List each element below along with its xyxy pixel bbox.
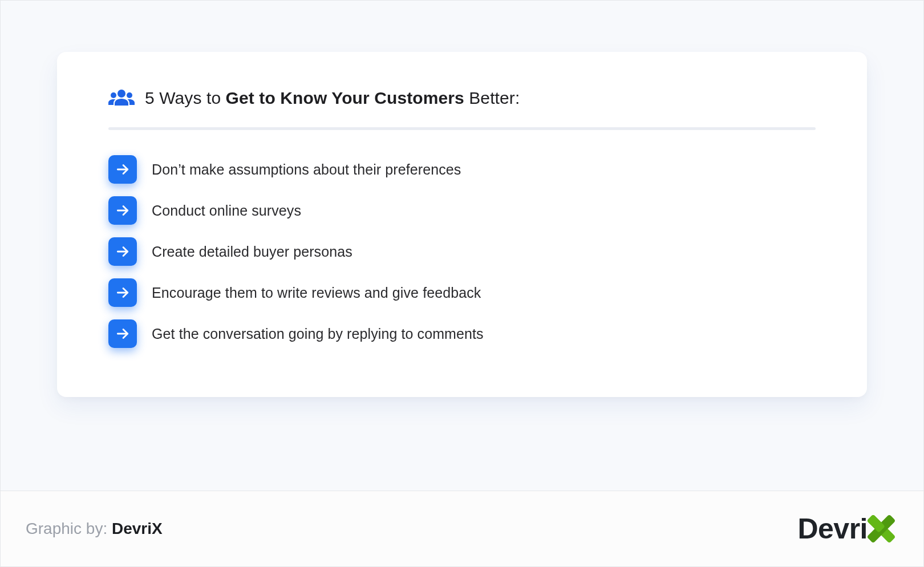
item-text: Conduct online surveys bbox=[152, 202, 301, 219]
arrow-icon bbox=[108, 196, 137, 225]
tips-list: Don’t make assumptions about their prefe… bbox=[108, 155, 816, 348]
item-text: Get the conversation going by replying t… bbox=[152, 326, 484, 342]
people-icon bbox=[108, 88, 135, 108]
footer: Graphic by: DevriX Devri bbox=[1, 491, 923, 566]
list-item: Don’t make assumptions about their prefe… bbox=[108, 155, 816, 184]
stage: 5 Ways to Get to Know Your Customers Bet… bbox=[1, 1, 923, 491]
list-item: Encourage them to write reviews and give… bbox=[108, 278, 816, 307]
logo-x-icon bbox=[864, 512, 898, 546]
title-row: 5 Ways to Get to Know Your Customers Bet… bbox=[108, 88, 816, 108]
logo-text: Devri bbox=[797, 512, 868, 545]
svg-point-0 bbox=[117, 90, 125, 98]
title-prefix: 5 Ways to bbox=[145, 88, 226, 107]
credit-brand: DevriX bbox=[112, 520, 163, 537]
credit-line: Graphic by: DevriX bbox=[26, 520, 163, 538]
title-bold: Get to Know Your Customers bbox=[226, 88, 464, 107]
list-item: Conduct online surveys bbox=[108, 196, 816, 225]
card-title: 5 Ways to Get to Know Your Customers Bet… bbox=[145, 88, 520, 108]
svg-point-2 bbox=[127, 92, 132, 98]
arrow-icon bbox=[108, 237, 137, 266]
devrix-logo: Devri bbox=[797, 512, 898, 546]
item-text: Create detailed buyer personas bbox=[152, 244, 352, 260]
divider bbox=[108, 127, 816, 130]
svg-point-1 bbox=[111, 92, 116, 98]
list-item: Get the conversation going by replying t… bbox=[108, 319, 816, 348]
list-item: Create detailed buyer personas bbox=[108, 237, 816, 266]
title-suffix: Better: bbox=[464, 88, 520, 107]
arrow-icon bbox=[108, 155, 137, 184]
arrow-icon bbox=[108, 278, 137, 307]
credit-prefix: Graphic by: bbox=[26, 520, 112, 537]
item-text: Encourage them to write reviews and give… bbox=[152, 285, 481, 301]
content-card: 5 Ways to Get to Know Your Customers Bet… bbox=[57, 52, 867, 397]
arrow-icon bbox=[108, 319, 137, 348]
item-text: Don’t make assumptions about their prefe… bbox=[152, 161, 461, 178]
